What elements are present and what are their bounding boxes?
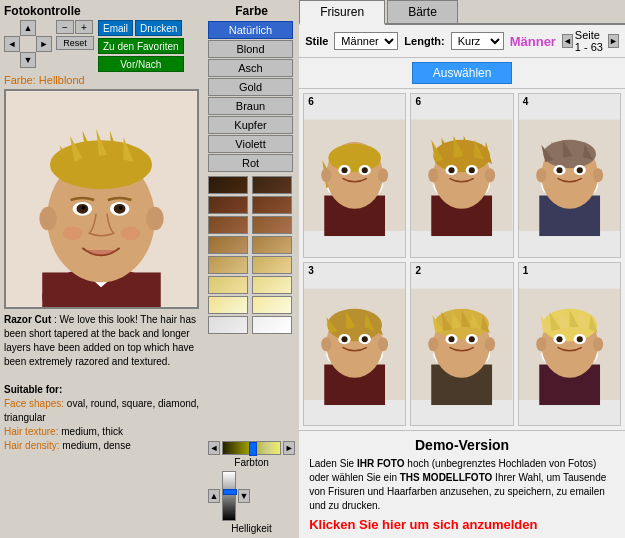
color-asch[interactable]: Asch: [208, 59, 293, 77]
length-select[interactable]: Kurz Mittel Lang: [451, 32, 504, 50]
svg-point-107: [469, 336, 475, 342]
swatch-6[interactable]: [252, 216, 292, 234]
swatch-16[interactable]: [252, 316, 292, 334]
swatch-3[interactable]: [208, 196, 248, 214]
farbe-value: Hellblond: [39, 74, 85, 86]
zoom-minus[interactable]: −: [56, 20, 74, 34]
svg-point-85: [321, 337, 331, 351]
svg-point-57: [469, 167, 475, 173]
color-swatches: [208, 176, 295, 334]
arrow-down[interactable]: ▼: [20, 52, 36, 68]
helligkeit-down-arrow[interactable]: ▼: [238, 489, 250, 503]
swatch-13[interactable]: [208, 296, 248, 314]
svg-point-35: [321, 168, 331, 182]
drucken-button[interactable]: Drucken: [135, 20, 182, 36]
hair-item-6b[interactable]: 6: [410, 93, 513, 258]
svg-point-69: [593, 168, 603, 182]
farbe-label: Farbe: Hellblond: [4, 74, 200, 86]
swatch-8[interactable]: [252, 236, 292, 254]
swatch-9[interactable]: [208, 256, 248, 274]
swatch-12[interactable]: [252, 276, 292, 294]
zoom-plus[interactable]: +: [75, 20, 93, 34]
svg-point-73: [576, 167, 582, 173]
svg-point-40: [362, 167, 368, 173]
cut-title: Razor Cut: [4, 314, 51, 325]
slider-section: ◄ ► Farbton ▲ ▼ Helligkeit: [208, 441, 295, 534]
page-next-arrow[interactable]: ►: [608, 34, 619, 48]
color-braun[interactable]: Braun: [208, 97, 293, 115]
arrow-left[interactable]: ◄: [4, 36, 20, 52]
hair-item-4[interactable]: 4: [518, 93, 621, 258]
swatch-15[interactable]: [208, 316, 248, 334]
color-gold[interactable]: Gold: [208, 78, 293, 96]
foto-title: Fotokontrolle: [4, 4, 200, 18]
farbton-right-arrow[interactable]: ►: [283, 441, 295, 455]
svg-point-36: [378, 168, 388, 182]
hair-num-2: 2: [415, 265, 421, 276]
reset-button[interactable]: Reset: [56, 36, 94, 50]
farbe-title: Farbe: [208, 4, 295, 18]
favorites-button[interactable]: Zu den Favoriten: [98, 38, 184, 54]
color-violett[interactable]: Violett: [208, 135, 293, 153]
svg-point-106: [449, 336, 455, 342]
color-rot[interactable]: Rot: [208, 154, 293, 172]
svg-point-119: [536, 337, 546, 351]
photo-frame: [4, 89, 199, 309]
helligkeit-track[interactable]: [222, 471, 236, 521]
farbton-track[interactable]: [222, 441, 281, 455]
swatch-1[interactable]: [208, 176, 248, 194]
arrow-right[interactable]: ►: [36, 36, 52, 52]
demo-link[interactable]: Klicken Sie hier um sich anzumelden: [309, 517, 615, 532]
svg-point-21: [119, 206, 123, 210]
svg-point-39: [342, 167, 348, 173]
length-label: Length:: [404, 35, 444, 47]
controls-row: Stile Männer Frauen Length: Kurz Mittel …: [299, 25, 625, 58]
swatch-11[interactable]: [208, 276, 248, 294]
svg-point-14: [39, 207, 57, 231]
helligkeit-up-arrow[interactable]: ▲: [208, 489, 220, 503]
swatch-10[interactable]: [252, 256, 292, 274]
svg-point-90: [362, 336, 368, 342]
swatch-4[interactable]: [252, 196, 292, 214]
swatch-7[interactable]: [208, 236, 248, 254]
stile-select[interactable]: Männer Frauen: [334, 32, 398, 50]
hair-num-6b: 6: [415, 96, 421, 107]
auswahlen-button[interactable]: Auswählen: [412, 62, 513, 84]
hair-item-1[interactable]: 1: [518, 262, 621, 427]
color-blond[interactable]: Blond: [208, 40, 293, 58]
hair-num-4: 4: [523, 96, 529, 107]
page-prev-arrow[interactable]: ◄: [562, 34, 573, 48]
svg-point-15: [146, 207, 164, 231]
swatch-5[interactable]: [208, 216, 248, 234]
hair-item-2[interactable]: 2: [410, 262, 513, 427]
color-natuerlich[interactable]: Natürlich: [208, 21, 293, 39]
swatch-2[interactable]: [252, 176, 292, 194]
svg-point-34: [328, 144, 381, 172]
foto-controls: ▲ ◄ ► ▼ − + Reset Email: [4, 20, 200, 72]
tab-baerte[interactable]: Bärte: [387, 0, 458, 23]
color-kupfer[interactable]: Kupfer: [208, 116, 293, 134]
hair-num-1: 1: [523, 265, 529, 276]
hair-num-6a: 6: [308, 96, 314, 107]
svg-point-53: [485, 168, 495, 182]
svg-point-22: [63, 226, 83, 240]
page-text: Seite 1 - 63: [575, 29, 606, 53]
hair-grid: 6: [299, 89, 625, 430]
tab-frisuren[interactable]: Frisuren: [299, 0, 385, 25]
color-list: Natürlich Blond Asch Gold Braun Kupfer V…: [208, 21, 295, 172]
hair-item-3[interactable]: 3: [303, 262, 406, 427]
svg-point-20: [81, 206, 85, 210]
farbton-left-arrow[interactable]: ◄: [208, 441, 220, 455]
swatch-14[interactable]: [252, 296, 292, 314]
demo-text: Laden Sie IHR FOTO hoch (unbegrenztes Ho…: [309, 457, 615, 513]
svg-point-103: [485, 337, 495, 351]
hair-item-6a[interactable]: 6: [303, 93, 406, 258]
svg-point-56: [449, 167, 455, 173]
farbton-label: Farbton: [208, 457, 295, 468]
demo-title: Demo-Version: [309, 437, 615, 453]
svg-point-23: [121, 226, 141, 240]
email-button[interactable]: Email: [98, 20, 133, 36]
arrow-up[interactable]: ▲: [20, 20, 36, 36]
vor-nach-button[interactable]: Vor/Nach: [98, 56, 184, 72]
demo-section: Demo-Version Laden Sie IHR FOTO hoch (un…: [299, 430, 625, 538]
